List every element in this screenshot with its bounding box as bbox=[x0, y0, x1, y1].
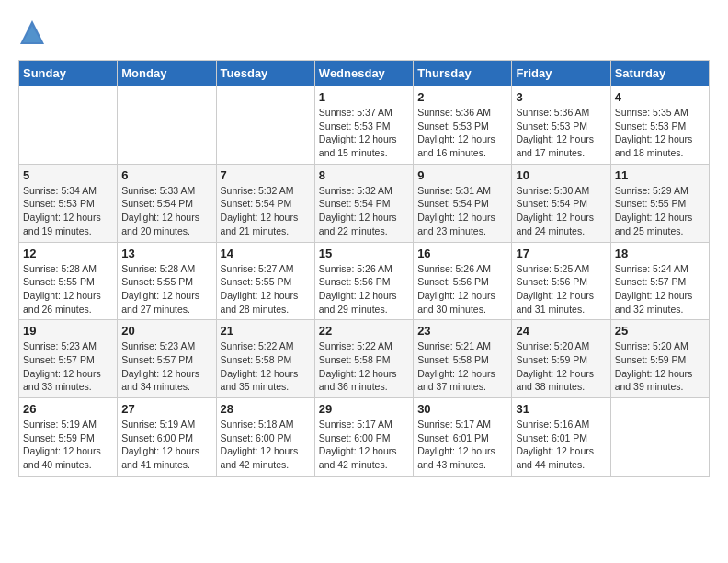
calendar-week-row: 19Sunrise: 5:23 AM Sunset: 5:57 PM Dayli… bbox=[19, 320, 710, 398]
calendar-cell: 12Sunrise: 5:28 AM Sunset: 5:55 PM Dayli… bbox=[19, 242, 118, 320]
weekday-header: Wednesday bbox=[314, 61, 413, 86]
day-info: Sunrise: 5:20 AM Sunset: 5:59 PM Dayligh… bbox=[615, 339, 705, 394]
calendar-cell: 30Sunrise: 5:17 AM Sunset: 6:01 PM Dayli… bbox=[414, 398, 512, 477]
day-info: Sunrise: 5:19 AM Sunset: 6:00 PM Dayligh… bbox=[121, 418, 211, 472]
calendar-cell: 20Sunrise: 5:23 AM Sunset: 5:57 PM Dayli… bbox=[118, 320, 216, 398]
calendar-cell bbox=[610, 398, 709, 477]
calendar-cell: 24Sunrise: 5:20 AM Sunset: 5:59 PM Dayli… bbox=[512, 320, 610, 398]
day-number: 23 bbox=[417, 324, 507, 338]
day-number: 12 bbox=[23, 247, 113, 260]
calendar-cell: 19Sunrise: 5:23 AM Sunset: 5:57 PM Dayli… bbox=[19, 320, 118, 398]
calendar-cell: 8Sunrise: 5:32 AM Sunset: 5:54 PM Daylig… bbox=[314, 164, 413, 242]
weekday-header: Friday bbox=[512, 61, 610, 86]
calendar-week-row: 12Sunrise: 5:28 AM Sunset: 5:55 PM Dayli… bbox=[19, 242, 710, 320]
day-info: Sunrise: 5:17 AM Sunset: 6:01 PM Dayligh… bbox=[417, 418, 507, 472]
calendar-cell: 9Sunrise: 5:31 AM Sunset: 5:54 PM Daylig… bbox=[414, 164, 512, 242]
day-info: Sunrise: 5:37 AM Sunset: 5:53 PM Dayligh… bbox=[319, 106, 409, 160]
day-info: Sunrise: 5:28 AM Sunset: 5:55 PM Dayligh… bbox=[23, 262, 113, 316]
day-number: 18 bbox=[615, 247, 705, 260]
calendar-cell: 15Sunrise: 5:26 AM Sunset: 5:56 PM Dayli… bbox=[314, 242, 413, 320]
calendar-cell: 10Sunrise: 5:30 AM Sunset: 5:54 PM Dayli… bbox=[512, 164, 610, 242]
day-number: 9 bbox=[417, 168, 507, 182]
calendar-cell: 16Sunrise: 5:26 AM Sunset: 5:56 PM Dayli… bbox=[414, 242, 512, 320]
day-info: Sunrise: 5:19 AM Sunset: 5:59 PM Dayligh… bbox=[23, 418, 113, 472]
calendar-table: SundayMondayTuesdayWednesdayThursdayFrid… bbox=[18, 60, 710, 477]
day-number: 22 bbox=[319, 324, 409, 338]
day-info: Sunrise: 5:24 AM Sunset: 5:57 PM Dayligh… bbox=[615, 262, 705, 316]
calendar-cell: 23Sunrise: 5:21 AM Sunset: 5:58 PM Dayli… bbox=[414, 320, 512, 398]
calendar-cell: 13Sunrise: 5:28 AM Sunset: 5:55 PM Dayli… bbox=[118, 242, 216, 320]
calendar-cell bbox=[216, 86, 314, 165]
calendar-cell: 25Sunrise: 5:20 AM Sunset: 5:59 PM Dayli… bbox=[610, 320, 709, 398]
day-number: 29 bbox=[319, 402, 409, 416]
calendar-body: 1Sunrise: 5:37 AM Sunset: 5:53 PM Daylig… bbox=[19, 86, 710, 477]
day-info: Sunrise: 5:32 AM Sunset: 5:54 PM Dayligh… bbox=[221, 184, 311, 238]
calendar-week-row: 5Sunrise: 5:34 AM Sunset: 5:53 PM Daylig… bbox=[19, 164, 710, 242]
calendar-cell: 6Sunrise: 5:33 AM Sunset: 5:54 PM Daylig… bbox=[118, 164, 216, 242]
day-number: 8 bbox=[319, 168, 409, 182]
day-info: Sunrise: 5:36 AM Sunset: 5:53 PM Dayligh… bbox=[417, 106, 507, 160]
day-info: Sunrise: 5:18 AM Sunset: 6:00 PM Dayligh… bbox=[221, 418, 311, 472]
day-number: 1 bbox=[319, 90, 409, 104]
day-number: 10 bbox=[516, 168, 606, 182]
day-info: Sunrise: 5:26 AM Sunset: 5:56 PM Dayligh… bbox=[417, 262, 507, 316]
day-number: 30 bbox=[417, 402, 507, 416]
day-info: Sunrise: 5:30 AM Sunset: 5:54 PM Dayligh… bbox=[516, 184, 606, 238]
day-info: Sunrise: 5:35 AM Sunset: 5:53 PM Dayligh… bbox=[615, 106, 705, 160]
calendar-cell: 3Sunrise: 5:36 AM Sunset: 5:53 PM Daylig… bbox=[512, 86, 610, 165]
day-number: 24 bbox=[516, 324, 606, 338]
day-info: Sunrise: 5:20 AM Sunset: 5:59 PM Dayligh… bbox=[516, 339, 606, 394]
calendar-cell: 29Sunrise: 5:17 AM Sunset: 6:00 PM Dayli… bbox=[314, 398, 413, 477]
day-number: 13 bbox=[121, 247, 211, 260]
day-number: 17 bbox=[516, 247, 606, 260]
day-info: Sunrise: 5:36 AM Sunset: 5:53 PM Dayligh… bbox=[516, 106, 606, 160]
calendar-header: SundayMondayTuesdayWednesdayThursdayFrid… bbox=[19, 61, 710, 86]
day-info: Sunrise: 5:31 AM Sunset: 5:54 PM Dayligh… bbox=[417, 184, 507, 238]
day-info: Sunrise: 5:33 AM Sunset: 5:54 PM Dayligh… bbox=[121, 184, 211, 238]
day-number: 21 bbox=[221, 324, 311, 338]
calendar-cell: 7Sunrise: 5:32 AM Sunset: 5:54 PM Daylig… bbox=[216, 164, 314, 242]
calendar-cell: 5Sunrise: 5:34 AM Sunset: 5:53 PM Daylig… bbox=[19, 164, 118, 242]
day-info: Sunrise: 5:34 AM Sunset: 5:53 PM Dayligh… bbox=[23, 184, 113, 238]
calendar-cell: 14Sunrise: 5:27 AM Sunset: 5:55 PM Dayli… bbox=[216, 242, 314, 320]
logo-icon bbox=[18, 18, 46, 46]
weekday-header: Saturday bbox=[610, 61, 709, 86]
day-number: 26 bbox=[23, 402, 113, 416]
day-info: Sunrise: 5:25 AM Sunset: 5:56 PM Dayligh… bbox=[516, 262, 606, 316]
day-info: Sunrise: 5:22 AM Sunset: 5:58 PM Dayligh… bbox=[221, 339, 311, 394]
day-info: Sunrise: 5:27 AM Sunset: 5:55 PM Dayligh… bbox=[221, 262, 311, 316]
header bbox=[18, 18, 710, 46]
day-info: Sunrise: 5:17 AM Sunset: 6:00 PM Dayligh… bbox=[319, 418, 409, 472]
day-number: 7 bbox=[221, 168, 311, 182]
calendar-cell: 2Sunrise: 5:36 AM Sunset: 5:53 PM Daylig… bbox=[414, 86, 512, 165]
calendar-week-row: 26Sunrise: 5:19 AM Sunset: 5:59 PM Dayli… bbox=[19, 398, 710, 477]
day-info: Sunrise: 5:28 AM Sunset: 5:55 PM Dayligh… bbox=[121, 262, 211, 316]
calendar-cell: 1Sunrise: 5:37 AM Sunset: 5:53 PM Daylig… bbox=[314, 86, 413, 165]
weekday-header: Tuesday bbox=[216, 61, 314, 86]
day-number: 28 bbox=[221, 402, 311, 416]
day-info: Sunrise: 5:29 AM Sunset: 5:55 PM Dayligh… bbox=[615, 184, 705, 238]
calendar-cell: 17Sunrise: 5:25 AM Sunset: 5:56 PM Dayli… bbox=[512, 242, 610, 320]
calendar-cell: 28Sunrise: 5:18 AM Sunset: 6:00 PM Dayli… bbox=[216, 398, 314, 477]
day-info: Sunrise: 5:26 AM Sunset: 5:56 PM Dayligh… bbox=[319, 262, 409, 316]
day-number: 15 bbox=[319, 247, 409, 260]
day-number: 20 bbox=[121, 324, 211, 338]
calendar-cell: 18Sunrise: 5:24 AM Sunset: 5:57 PM Dayli… bbox=[610, 242, 709, 320]
calendar-cell: 4Sunrise: 5:35 AM Sunset: 5:53 PM Daylig… bbox=[610, 86, 709, 165]
calendar-cell: 22Sunrise: 5:22 AM Sunset: 5:58 PM Dayli… bbox=[314, 320, 413, 398]
day-number: 14 bbox=[221, 247, 311, 260]
day-info: Sunrise: 5:16 AM Sunset: 6:01 PM Dayligh… bbox=[516, 418, 606, 472]
day-info: Sunrise: 5:23 AM Sunset: 5:57 PM Dayligh… bbox=[23, 339, 113, 394]
calendar-container: SundayMondayTuesdayWednesdayThursdayFrid… bbox=[0, 0, 728, 486]
day-number: 25 bbox=[615, 324, 705, 338]
weekday-header: Thursday bbox=[414, 61, 512, 86]
day-info: Sunrise: 5:23 AM Sunset: 5:57 PM Dayligh… bbox=[121, 339, 211, 394]
logo bbox=[18, 18, 50, 46]
weekday-header: Sunday bbox=[19, 61, 118, 86]
calendar-cell: 26Sunrise: 5:19 AM Sunset: 5:59 PM Dayli… bbox=[19, 398, 118, 477]
day-number: 3 bbox=[516, 90, 606, 104]
day-info: Sunrise: 5:32 AM Sunset: 5:54 PM Dayligh… bbox=[319, 184, 409, 238]
day-number: 27 bbox=[121, 402, 211, 416]
weekday-header: Monday bbox=[118, 61, 216, 86]
day-number: 31 bbox=[516, 402, 606, 416]
